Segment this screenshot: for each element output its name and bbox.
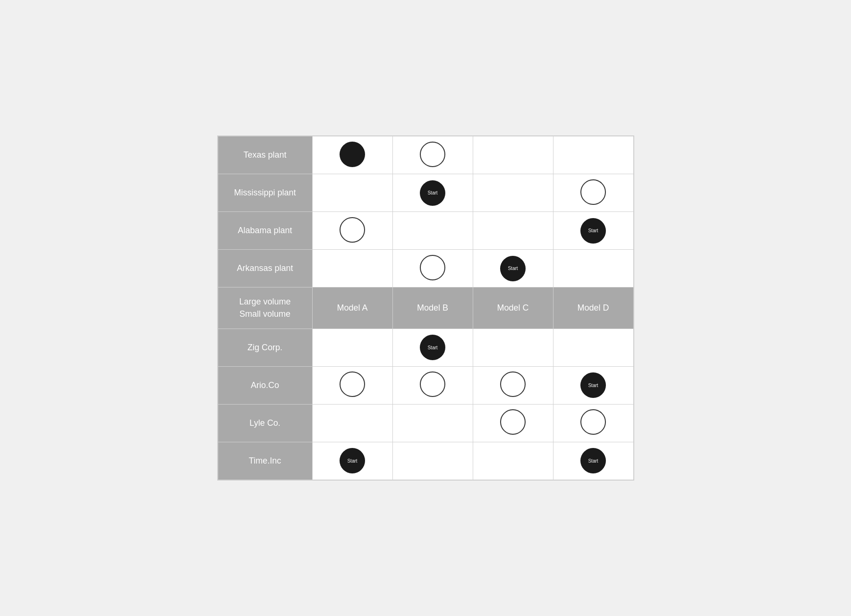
row-label: Zig Corp. bbox=[218, 329, 312, 366]
table-cell[interactable]: Start bbox=[553, 212, 633, 250]
empty-circle[interactable] bbox=[420, 255, 445, 280]
table-cell[interactable] bbox=[392, 212, 473, 250]
empty-circle[interactable] bbox=[340, 217, 365, 243]
row-label: Ario.Co bbox=[218, 366, 312, 404]
table-cell[interactable]: Start bbox=[553, 366, 633, 404]
filled-circle[interactable]: Start bbox=[580, 448, 606, 473]
table-cell[interactable] bbox=[553, 404, 633, 442]
table-cell[interactable]: Start bbox=[553, 442, 633, 480]
table-cell[interactable] bbox=[473, 212, 553, 250]
row-label: Arkansas plant bbox=[218, 250, 312, 287]
table-row: Arkansas plantStart bbox=[218, 250, 633, 287]
table-cell[interactable] bbox=[392, 250, 473, 287]
table-cell[interactable] bbox=[473, 136, 553, 174]
table-cell[interactable] bbox=[553, 329, 633, 366]
table-cell[interactable] bbox=[312, 212, 392, 250]
empty-circle[interactable] bbox=[420, 371, 445, 397]
table-cell[interactable] bbox=[553, 174, 633, 212]
volume-label: Large volumeSmall volume bbox=[218, 287, 312, 329]
empty-circle[interactable] bbox=[500, 371, 526, 397]
column-header-row: Large volumeSmall volumeModel AModel BMo… bbox=[218, 287, 633, 329]
table-cell[interactable]: Start bbox=[392, 174, 473, 212]
table-cell[interactable] bbox=[312, 329, 392, 366]
empty-circle[interactable] bbox=[580, 409, 606, 435]
table-cell[interactable] bbox=[473, 366, 553, 404]
table-cell[interactable] bbox=[312, 366, 392, 404]
table-cell[interactable]: Start bbox=[473, 250, 553, 287]
column-header-model-a: Model A bbox=[312, 287, 392, 329]
table-cell[interactable] bbox=[392, 136, 473, 174]
table-cell[interactable] bbox=[312, 136, 392, 174]
row-label: Alabama plant bbox=[218, 212, 312, 250]
filled-circle[interactable]: Start bbox=[340, 448, 365, 473]
filled-circle[interactable]: Start bbox=[580, 372, 606, 398]
table-cell[interactable] bbox=[312, 174, 392, 212]
table-row: Lyle Co. bbox=[218, 404, 633, 442]
table-cell[interactable] bbox=[473, 442, 553, 480]
table-row: Alabama plantStart bbox=[218, 212, 633, 250]
table-cell[interactable] bbox=[473, 174, 553, 212]
row-label: Texas plant bbox=[218, 136, 312, 174]
filled-circle[interactable]: Start bbox=[500, 256, 526, 281]
filled-circle[interactable]: Start bbox=[420, 335, 445, 360]
column-header-model-b: Model B bbox=[392, 287, 473, 329]
table-row: Ario.CoStart bbox=[218, 366, 633, 404]
table-cell[interactable] bbox=[473, 329, 553, 366]
row-label: Lyle Co. bbox=[218, 404, 312, 442]
empty-circle[interactable] bbox=[420, 142, 445, 167]
data-table: Texas plantMississippi plantStartAlabama… bbox=[218, 136, 634, 480]
table-row: Mississippi plantStart bbox=[218, 174, 633, 212]
table-row: Texas plant bbox=[218, 136, 633, 174]
table-row: Time.IncStartStart bbox=[218, 442, 633, 480]
table-cell[interactable] bbox=[473, 404, 553, 442]
table-cell[interactable]: Start bbox=[312, 442, 392, 480]
empty-circle[interactable] bbox=[340, 371, 365, 397]
filled-circle[interactable]: Start bbox=[580, 218, 606, 244]
column-header-model-d: Model D bbox=[553, 287, 633, 329]
table-cell[interactable] bbox=[312, 250, 392, 287]
column-header-model-c: Model C bbox=[473, 287, 553, 329]
empty-circle[interactable] bbox=[580, 179, 606, 205]
table-cell[interactable]: Start bbox=[392, 329, 473, 366]
filled-circle[interactable] bbox=[340, 142, 365, 167]
empty-circle[interactable] bbox=[500, 409, 526, 435]
table-row: Zig Corp.Start bbox=[218, 329, 633, 366]
main-table-wrapper: Texas plantMississippi plantStartAlabama… bbox=[217, 135, 634, 480]
row-label: Time.Inc bbox=[218, 442, 312, 480]
table-cell[interactable] bbox=[392, 442, 473, 480]
table-cell[interactable] bbox=[553, 136, 633, 174]
table-cell[interactable] bbox=[392, 404, 473, 442]
filled-circle[interactable]: Start bbox=[420, 180, 445, 206]
table-cell[interactable] bbox=[312, 404, 392, 442]
row-label: Mississippi plant bbox=[218, 174, 312, 212]
table-cell[interactable] bbox=[553, 250, 633, 287]
table-cell[interactable] bbox=[392, 366, 473, 404]
